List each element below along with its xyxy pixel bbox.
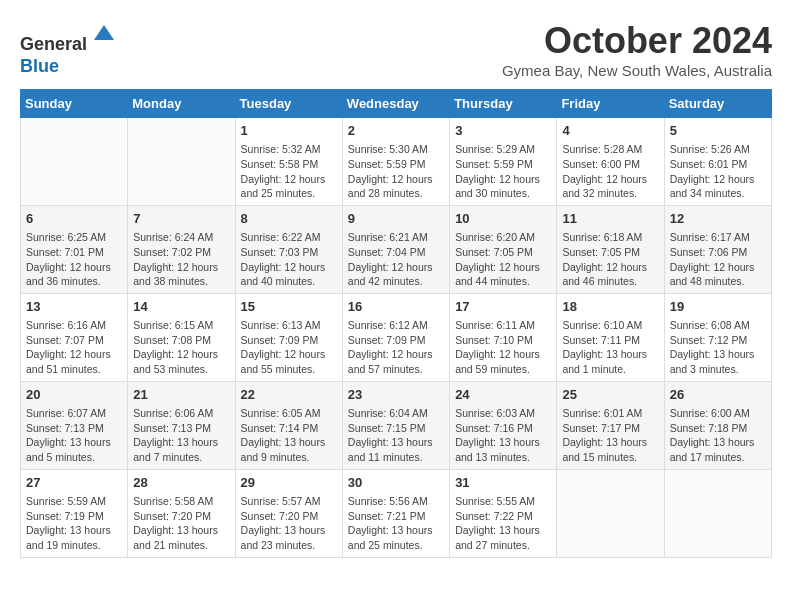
cell-content: Sunrise: 6:20 AMSunset: 7:05 PMDaylight:… (455, 230, 551, 289)
month-title: October 2024 (502, 20, 772, 62)
cell-content: Sunrise: 5:56 AMSunset: 7:21 PMDaylight:… (348, 494, 444, 553)
calendar-cell: 28Sunrise: 5:58 AMSunset: 7:20 PMDayligh… (128, 469, 235, 557)
cell-content: Sunrise: 6:24 AMSunset: 7:02 PMDaylight:… (133, 230, 229, 289)
calendar-cell: 30Sunrise: 5:56 AMSunset: 7:21 PMDayligh… (342, 469, 449, 557)
calendar-cell: 6Sunrise: 6:25 AMSunset: 7:01 PMDaylight… (21, 205, 128, 293)
calendar-cell: 31Sunrise: 5:55 AMSunset: 7:22 PMDayligh… (450, 469, 557, 557)
cell-content: Sunrise: 6:00 AMSunset: 7:18 PMDaylight:… (670, 406, 766, 465)
header-day-wednesday: Wednesday (342, 90, 449, 118)
day-number: 27 (26, 474, 122, 492)
calendar-cell: 21Sunrise: 6:06 AMSunset: 7:13 PMDayligh… (128, 381, 235, 469)
day-number: 7 (133, 210, 229, 228)
day-number: 17 (455, 298, 551, 316)
calendar-week-3: 20Sunrise: 6:07 AMSunset: 7:13 PMDayligh… (21, 381, 772, 469)
calendar-week-0: 1Sunrise: 5:32 AMSunset: 5:58 PMDaylight… (21, 118, 772, 206)
calendar-week-1: 6Sunrise: 6:25 AMSunset: 7:01 PMDaylight… (21, 205, 772, 293)
day-number: 1 (241, 122, 337, 140)
day-number: 6 (26, 210, 122, 228)
day-number: 24 (455, 386, 551, 404)
day-number: 25 (562, 386, 658, 404)
cell-content: Sunrise: 6:03 AMSunset: 7:16 PMDaylight:… (455, 406, 551, 465)
cell-content: Sunrise: 6:10 AMSunset: 7:11 PMDaylight:… (562, 318, 658, 377)
calendar-cell: 7Sunrise: 6:24 AMSunset: 7:02 PMDaylight… (128, 205, 235, 293)
calendar-cell: 14Sunrise: 6:15 AMSunset: 7:08 PMDayligh… (128, 293, 235, 381)
calendar-cell: 2Sunrise: 5:30 AMSunset: 5:59 PMDaylight… (342, 118, 449, 206)
calendar-cell: 18Sunrise: 6:10 AMSunset: 7:11 PMDayligh… (557, 293, 664, 381)
day-number: 23 (348, 386, 444, 404)
cell-content: Sunrise: 6:08 AMSunset: 7:12 PMDaylight:… (670, 318, 766, 377)
day-number: 28 (133, 474, 229, 492)
cell-content: Sunrise: 5:57 AMSunset: 7:20 PMDaylight:… (241, 494, 337, 553)
calendar-cell: 1Sunrise: 5:32 AMSunset: 5:58 PMDaylight… (235, 118, 342, 206)
header-day-tuesday: Tuesday (235, 90, 342, 118)
header-day-saturday: Saturday (664, 90, 771, 118)
cell-content: Sunrise: 6:04 AMSunset: 7:15 PMDaylight:… (348, 406, 444, 465)
cell-content: Sunrise: 5:26 AMSunset: 6:01 PMDaylight:… (670, 142, 766, 201)
day-number: 29 (241, 474, 337, 492)
cell-content: Sunrise: 5:55 AMSunset: 7:22 PMDaylight:… (455, 494, 551, 553)
cell-content: Sunrise: 6:07 AMSunset: 7:13 PMDaylight:… (26, 406, 122, 465)
calendar-week-2: 13Sunrise: 6:16 AMSunset: 7:07 PMDayligh… (21, 293, 772, 381)
header-day-monday: Monday (128, 90, 235, 118)
svg-marker-0 (94, 25, 114, 40)
calendar-cell: 4Sunrise: 5:28 AMSunset: 6:00 PMDaylight… (557, 118, 664, 206)
calendar-cell: 3Sunrise: 5:29 AMSunset: 5:59 PMDaylight… (450, 118, 557, 206)
calendar-cell: 25Sunrise: 6:01 AMSunset: 7:17 PMDayligh… (557, 381, 664, 469)
cell-content: Sunrise: 6:18 AMSunset: 7:05 PMDaylight:… (562, 230, 658, 289)
logo-blue: Blue (20, 56, 59, 76)
day-number: 5 (670, 122, 766, 140)
header-day-sunday: Sunday (21, 90, 128, 118)
calendar-cell (128, 118, 235, 206)
calendar-cell: 19Sunrise: 6:08 AMSunset: 7:12 PMDayligh… (664, 293, 771, 381)
calendar-cell: 16Sunrise: 6:12 AMSunset: 7:09 PMDayligh… (342, 293, 449, 381)
day-number: 30 (348, 474, 444, 492)
calendar-cell: 13Sunrise: 6:16 AMSunset: 7:07 PMDayligh… (21, 293, 128, 381)
day-number: 9 (348, 210, 444, 228)
day-number: 14 (133, 298, 229, 316)
calendar-cell: 17Sunrise: 6:11 AMSunset: 7:10 PMDayligh… (450, 293, 557, 381)
calendar-cell: 12Sunrise: 6:17 AMSunset: 7:06 PMDayligh… (664, 205, 771, 293)
calendar-cell: 23Sunrise: 6:04 AMSunset: 7:15 PMDayligh… (342, 381, 449, 469)
calendar-header: SundayMondayTuesdayWednesdayThursdayFrid… (21, 90, 772, 118)
calendar-cell: 27Sunrise: 5:59 AMSunset: 7:19 PMDayligh… (21, 469, 128, 557)
cell-content: Sunrise: 6:12 AMSunset: 7:09 PMDaylight:… (348, 318, 444, 377)
calendar-cell (21, 118, 128, 206)
location: Gymea Bay, New South Wales, Australia (502, 62, 772, 79)
calendar-cell (664, 469, 771, 557)
day-number: 2 (348, 122, 444, 140)
day-number: 31 (455, 474, 551, 492)
day-number: 19 (670, 298, 766, 316)
calendar-cell: 10Sunrise: 6:20 AMSunset: 7:05 PMDayligh… (450, 205, 557, 293)
cell-content: Sunrise: 5:32 AMSunset: 5:58 PMDaylight:… (241, 142, 337, 201)
calendar-cell: 24Sunrise: 6:03 AMSunset: 7:16 PMDayligh… (450, 381, 557, 469)
day-number: 8 (241, 210, 337, 228)
cell-content: Sunrise: 6:13 AMSunset: 7:09 PMDaylight:… (241, 318, 337, 377)
day-number: 18 (562, 298, 658, 316)
day-number: 21 (133, 386, 229, 404)
day-number: 15 (241, 298, 337, 316)
header-day-friday: Friday (557, 90, 664, 118)
day-number: 16 (348, 298, 444, 316)
cell-content: Sunrise: 5:29 AMSunset: 5:59 PMDaylight:… (455, 142, 551, 201)
logo-general: General (20, 34, 87, 54)
calendar-table: SundayMondayTuesdayWednesdayThursdayFrid… (20, 89, 772, 558)
header-day-thursday: Thursday (450, 90, 557, 118)
calendar-week-4: 27Sunrise: 5:59 AMSunset: 7:19 PMDayligh… (21, 469, 772, 557)
cell-content: Sunrise: 6:05 AMSunset: 7:14 PMDaylight:… (241, 406, 337, 465)
cell-content: Sunrise: 6:11 AMSunset: 7:10 PMDaylight:… (455, 318, 551, 377)
logo: General Blue (20, 20, 119, 77)
day-number: 22 (241, 386, 337, 404)
calendar-cell: 26Sunrise: 6:00 AMSunset: 7:18 PMDayligh… (664, 381, 771, 469)
cell-content: Sunrise: 5:30 AMSunset: 5:59 PMDaylight:… (348, 142, 444, 201)
calendar-cell: 20Sunrise: 6:07 AMSunset: 7:13 PMDayligh… (21, 381, 128, 469)
day-number: 26 (670, 386, 766, 404)
day-number: 13 (26, 298, 122, 316)
cell-content: Sunrise: 6:15 AMSunset: 7:08 PMDaylight:… (133, 318, 229, 377)
logo-icon (89, 20, 119, 50)
calendar-body: 1Sunrise: 5:32 AMSunset: 5:58 PMDaylight… (21, 118, 772, 558)
calendar-cell (557, 469, 664, 557)
cell-content: Sunrise: 6:21 AMSunset: 7:04 PMDaylight:… (348, 230, 444, 289)
cell-content: Sunrise: 6:06 AMSunset: 7:13 PMDaylight:… (133, 406, 229, 465)
day-number: 11 (562, 210, 658, 228)
header-row: SundayMondayTuesdayWednesdayThursdayFrid… (21, 90, 772, 118)
